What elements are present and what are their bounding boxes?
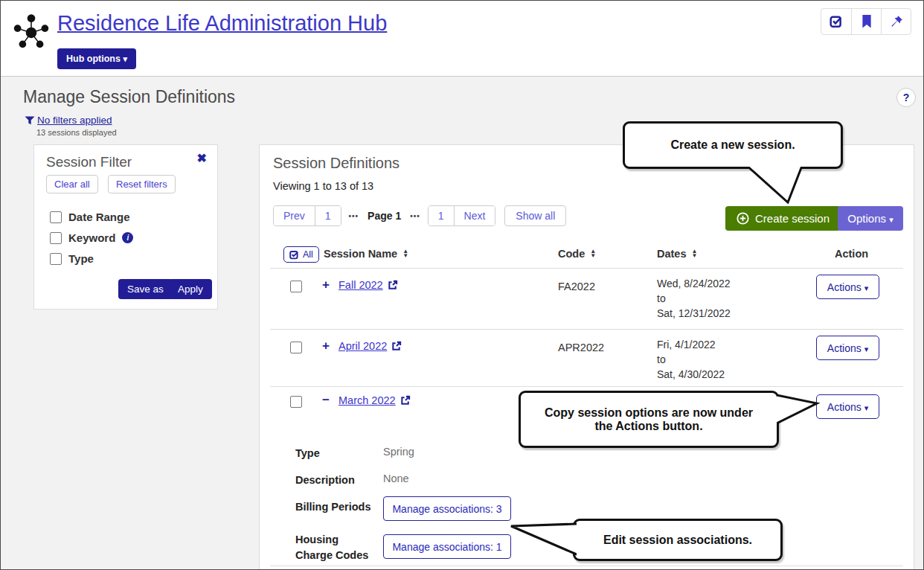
callout-tail-left <box>508 520 577 557</box>
check-square-icon <box>830 15 843 28</box>
external-link-icon[interactable] <box>388 280 398 290</box>
session-filter-panel: Session Filter ✖ Clear all Reset filters… <box>33 144 218 310</box>
actions-button[interactable]: Actions ▾ <box>816 275 879 299</box>
pin-button[interactable] <box>881 9 911 34</box>
save-as-button[interactable]: Save as <box>118 279 173 299</box>
create-session-button[interactable]: Create session <box>725 206 841 231</box>
session-dates: Fri, 4/1/2022 to Sat, 4/30/2022 <box>657 337 725 382</box>
table-header: All Session Name ▲▼ Code ▲▼ Dates ▲▼ Act… <box>260 248 914 268</box>
pagination-next-group: 1 Next <box>428 205 496 226</box>
page-1-button-right[interactable]: 1 <box>429 206 454 225</box>
divider <box>270 566 903 566</box>
session-link[interactable]: March 2022 <box>339 394 396 406</box>
page-1-button-left[interactable]: 1 <box>315 206 341 225</box>
page-title: Manage Session Definitions <box>23 87 235 107</box>
detail-housing-charge-codes-label: Housing Charge Codes <box>295 532 377 563</box>
callout-tail-down <box>737 167 812 205</box>
select-all-label: All <box>303 249 313 260</box>
filter-option-type: Type <box>50 252 94 265</box>
sort-icon[interactable]: ▲▼ <box>590 249 596 258</box>
ellipsis-icon: ••• <box>349 212 359 220</box>
table-row-fall-2022: + Fall 2022 FA2022 Wed, 8/24/2022 to Sat… <box>260 268 914 329</box>
detail-description-value: None <box>383 473 409 484</box>
chevron-down-icon: ▾ <box>864 345 869 353</box>
external-link-icon[interactable] <box>391 341 402 351</box>
manage-billing-associations-button[interactable]: Manage associations: 3 <box>383 496 511 521</box>
column-header-dates: Dates ▲▼ <box>657 248 697 260</box>
session-link[interactable]: Fall 2022 <box>339 279 383 291</box>
callout-create-session: Create a new session. <box>623 121 843 169</box>
keyword-label: Keyword <box>68 231 115 244</box>
filter-status-line: No filters applied <box>25 115 112 126</box>
show-all-button[interactable]: Show all <box>504 205 566 226</box>
row-checkbox[interactable] <box>290 396 302 408</box>
keyword-checkbox[interactable] <box>50 232 62 244</box>
sort-icon[interactable]: ▲▼ <box>692 249 698 258</box>
chevron-down-icon: ▾ <box>864 284 869 292</box>
reset-filters-button[interactable]: Reset filters <box>108 175 176 193</box>
no-filters-link[interactable]: No filters applied <box>37 115 112 126</box>
detail-billing-periods-label: Billing Periods <box>295 499 377 515</box>
session-code: APR2022 <box>558 342 604 353</box>
tasks-button[interactable] <box>821 9 851 34</box>
detail-type-label: Type <box>295 446 377 461</box>
date-range-checkbox[interactable] <box>50 211 62 223</box>
bookmark-button[interactable] <box>851 9 881 34</box>
expand-icon[interactable]: + <box>322 339 330 353</box>
type-checkbox[interactable] <box>50 253 62 265</box>
sessions-panel-title: Session Definitions <box>273 155 400 172</box>
session-dates: Wed, 8/24/2022 to Sat, 12/31/2022 <box>657 276 731 321</box>
filter-option-date-range: Date Range <box>50 211 130 223</box>
hub-options-label: Hub options <box>66 54 121 64</box>
actions-button[interactable]: Actions ▾ <box>816 336 879 360</box>
apply-button[interactable]: Apply <box>169 279 212 299</box>
external-link-icon[interactable] <box>400 395 411 406</box>
plus-circle-icon <box>737 212 749 225</box>
sort-icon[interactable]: ▲▼ <box>402 249 408 258</box>
options-label: Options <box>847 212 886 225</box>
ellipsis-icon: ••• <box>410 212 420 220</box>
hub-options-button[interactable]: Hub options ▾ <box>57 48 136 69</box>
header-icon-group <box>821 8 911 35</box>
close-icon[interactable]: ✖ <box>197 151 207 165</box>
column-header-code: Code ▲▼ <box>558 248 596 260</box>
help-button[interactable]: ? <box>896 88 916 107</box>
callout-tail-right <box>777 393 821 426</box>
prev-button[interactable]: Prev <box>274 206 315 225</box>
clear-all-button[interactable]: Clear all <box>46 175 98 193</box>
app-header: Residence Life Administration Hub Hub op… <box>1 1 923 77</box>
manage-housing-associations-button[interactable]: Manage associations: 1 <box>383 534 511 559</box>
row-checkbox[interactable] <box>290 281 302 292</box>
sessions-displayed-count: 13 sessions displayed <box>36 128 117 137</box>
expand-icon[interactable]: + <box>322 278 330 292</box>
column-header-action: Action <box>835 248 868 260</box>
filter-panel-title: Session Filter <box>46 154 132 170</box>
app-title-link[interactable]: Residence Life Administration Hub <box>57 11 387 36</box>
session-link[interactable]: April 2022 <box>339 340 387 352</box>
collapse-icon[interactable]: − <box>322 393 330 408</box>
table-row-april-2022: + April 2022 APR2022 Fri, 4/1/2022 to Sa… <box>260 329 914 386</box>
pagination-prev-group: Prev 1 <box>273 205 341 226</box>
check-square-icon <box>289 250 299 260</box>
session-definitions-panel: Session Definitions Viewing 1 to 13 of 1… <box>259 144 914 570</box>
select-all-button[interactable]: All <box>283 246 319 263</box>
next-button[interactable]: Next <box>454 206 495 225</box>
date-range-label: Date Range <box>68 211 130 223</box>
detail-type-value: Spring <box>383 446 414 458</box>
column-header-session-name: Session Name ▲▼ <box>324 248 408 260</box>
filter-funnel-icon <box>25 115 35 126</box>
session-code: FA2022 <box>558 281 595 292</box>
callout-copy-session-options: Copy session options are now under the A… <box>519 391 779 448</box>
options-button[interactable]: Options ▾ <box>838 206 903 231</box>
row-checkbox[interactable] <box>290 342 302 353</box>
actions-button[interactable]: Actions ▾ <box>816 394 879 419</box>
screen: Residence Life Administration Hub Hub op… <box>0 0 924 570</box>
chevron-down-icon: ▾ <box>864 403 869 412</box>
info-icon[interactable]: i <box>122 232 133 243</box>
viewing-range-text: Viewing 1 to 13 of 13 <box>273 180 373 192</box>
create-session-label: Create session <box>755 212 830 225</box>
callout-edit-associations: Edit session associations. <box>573 519 783 561</box>
pagination: Prev 1 ••• Page 1 ••• 1 Next Show all <box>273 205 566 226</box>
current-page-label: Page 1 <box>368 210 401 222</box>
filter-option-keyword: Keyword i <box>50 231 133 244</box>
